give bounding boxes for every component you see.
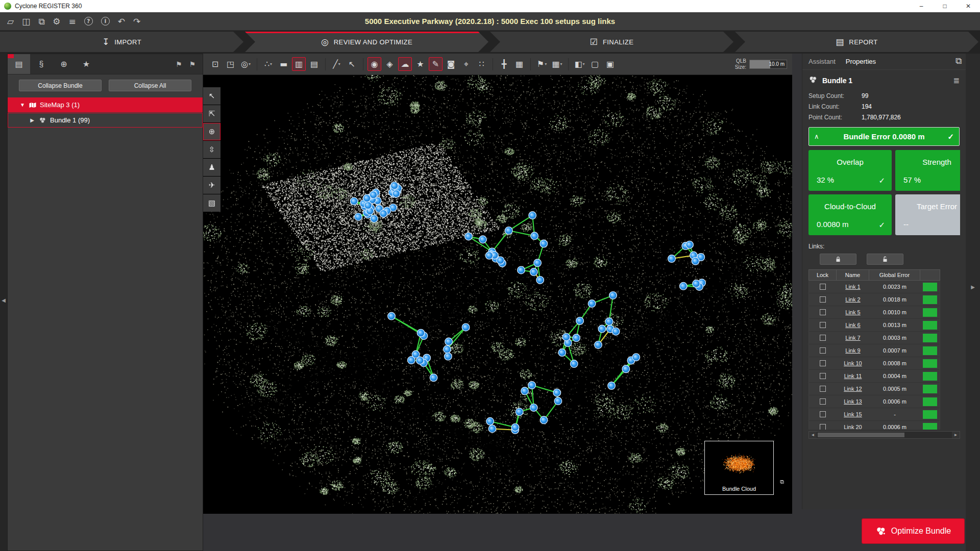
column-header-lock[interactable]: Lock — [809, 270, 837, 280]
screenshot-icon[interactable]: ⊡ — [208, 57, 222, 71]
point-cloud-canvas[interactable] — [203, 75, 792, 514]
geo-tab-icon[interactable]: ⊕ — [53, 54, 75, 74]
save-icon[interactable]: ◫ — [22, 16, 30, 27]
marquee-select-tool[interactable]: ⇱ — [203, 105, 220, 122]
plane-view-icon[interactable]: ▬ — [277, 57, 290, 71]
section-box-tool[interactable]: ▧ — [203, 194, 220, 212]
panels-icon[interactable]: ⧉ — [38, 16, 44, 27]
lock-checkbox[interactable] — [820, 322, 826, 328]
list-icon[interactable]: ≡ — [69, 16, 76, 27]
select-tool[interactable]: ↖ — [203, 87, 220, 105]
undo-icon[interactable]: ↶ — [118, 16, 125, 27]
tree-item-bundle[interactable]: ▶ Bundle 1 (99) — [8, 113, 203, 128]
tile-cloud-to-cloud[interactable]: Cloud-to-Cloud0.0080 m✓ — [808, 194, 892, 235]
quick-align-icon[interactable]: ★ — [413, 57, 427, 71]
thumbnail-expand-icon[interactable]: ⧉ — [780, 479, 784, 485]
lock-checkbox[interactable] — [820, 360, 826, 366]
measure-icon[interactable]: ╱▾ — [330, 57, 344, 71]
draw-link-icon[interactable]: ✎ — [429, 57, 443, 71]
expand-caret-icon[interactable]: ▶ — [29, 117, 36, 123]
column-header-name[interactable]: Name — [837, 270, 869, 280]
layout-window-icon[interactable]: ◳ — [224, 57, 237, 71]
collapse-bundle-button[interactable]: Collapse Bundle — [19, 80, 102, 91]
optimize-bundle-button[interactable]: Optimize Bundle — [862, 518, 965, 544]
scrollbar-thumb[interactable] — [818, 433, 904, 437]
link-name[interactable]: Link 13 — [844, 398, 862, 405]
move-setup-icon[interactable]: ╋ — [497, 57, 511, 71]
point-display-icon[interactable]: ∴▾ — [261, 57, 275, 71]
fly-tool[interactable]: ✈ — [203, 177, 220, 194]
grid-icon[interactable]: ▦▾ — [550, 57, 564, 71]
add-label-icon[interactable]: ◈ — [383, 57, 397, 71]
limit-box-icon[interactable]: ◧▾ — [573, 57, 586, 71]
minimize-button[interactable]: – — [910, 0, 933, 12]
scroll-left-arrow[interactable]: ◄ — [809, 432, 817, 438]
open-project-icon[interactable]: ▱ — [7, 16, 14, 27]
dropdown-arrow-icon[interactable]: ▾ — [338, 62, 340, 66]
qlb-size-slider[interactable]: 10.0 m — [749, 60, 787, 69]
flag-icon[interactable]: ⚑▾ — [535, 57, 549, 71]
unlock-all-button[interactable] — [867, 254, 903, 265]
redo-icon[interactable]: ↷ — [133, 16, 140, 27]
favorites-tab-icon[interactable]: ★ — [75, 54, 97, 74]
link-name[interactable]: Link 20 — [844, 424, 862, 430]
dropdown-arrow-icon[interactable]: ▾ — [583, 62, 585, 66]
tile-target-error[interactable]: Target Error-- — [895, 194, 960, 235]
project-explorer-tab-icon[interactable]: ▤ — [8, 54, 30, 74]
dropdown-arrow-icon[interactable]: ▾ — [270, 62, 272, 66]
link-setups-icon[interactable]: ∷ — [475, 57, 488, 71]
dropdown-arrow-icon[interactable]: ▾ — [249, 62, 251, 66]
table-horizontal-scrollbar[interactable]: ◄ ► — [808, 431, 960, 439]
bundle-error-banner[interactable]: ∧ Bundle Error 0.0080 m ✓ — [808, 127, 960, 146]
scroll-right-arrow[interactable]: ► — [952, 432, 960, 438]
settings-gear-icon[interactable]: ⚙ — [53, 16, 60, 27]
zoom-window-icon[interactable]: ◎▾ — [239, 57, 253, 71]
image-view-icon[interactable]: ▤ — [307, 57, 321, 71]
tile-overlap[interactable]: Overlap32 %✓ — [808, 150, 892, 191]
dropdown-arrow-icon[interactable]: ▾ — [560, 62, 562, 66]
orbit-tool[interactable]: ⊕ — [203, 123, 220, 140]
link-name[interactable]: Link 6 — [845, 322, 860, 328]
lock-checkbox[interactable] — [820, 424, 826, 430]
tab-properties[interactable]: Properties — [846, 58, 876, 65]
lock-checkbox[interactable] — [820, 411, 826, 417]
panel-layout-icon[interactable]: ⧉ — [955, 56, 962, 66]
collapse-all-button[interactable]: Collapse All — [109, 80, 191, 91]
link-name[interactable]: Link 1 — [845, 284, 860, 290]
collapse-right-panel-arrow[interactable]: ▶ — [971, 284, 975, 290]
collapse-chevron-icon[interactable]: ∧ — [814, 133, 819, 140]
lock-all-button[interactable] — [820, 254, 856, 265]
workflow-step-finalize[interactable]: ☑FINALIZE — [490, 32, 733, 52]
link-name[interactable]: Link 15 — [844, 411, 862, 417]
limit-box-reset-icon[interactable]: ▢ — [588, 57, 602, 71]
dropdown-arrow-icon[interactable]: ▾ — [545, 62, 547, 66]
workflow-step-review-and-optimize[interactable]: ◎REVIEW AND OPTIMIZE — [245, 32, 488, 52]
link-name[interactable]: Link 10 — [844, 360, 862, 366]
limit-box-manager-icon[interactable]: ▣ — [603, 57, 617, 71]
link-name[interactable]: Link 12 — [844, 386, 862, 392]
tree-item-sitemap[interactable]: ▼ SiteMap 3 (1) — [8, 97, 203, 112]
column-header-global-error[interactable]: Global Error — [869, 270, 920, 280]
help-icon[interactable]: ? — [84, 17, 93, 26]
lock-checkbox[interactable] — [820, 398, 826, 405]
geotag-icon[interactable]: ⌖ — [459, 57, 473, 71]
add-target-icon[interactable]: ◉ — [368, 57, 381, 71]
maximize-button[interactable]: □ — [933, 0, 957, 12]
lock-checkbox[interactable] — [820, 335, 826, 341]
lock-checkbox[interactable] — [820, 296, 826, 303]
lock-checkbox[interactable] — [820, 284, 826, 290]
link-name[interactable]: Link 2 — [845, 296, 860, 303]
split-view-icon[interactable]: ▥ — [292, 57, 306, 71]
lock-checkbox[interactable] — [820, 309, 826, 315]
apply-transform-icon[interactable]: ▦ — [512, 57, 526, 71]
tile-strength[interactable]: Strength57 %✓ — [895, 150, 960, 191]
workflow-step-report[interactable]: ▤REPORT — [735, 32, 978, 52]
dock-flag-icon[interactable]: ⚑ — [176, 60, 182, 68]
tab-assistant[interactable]: Assistant — [808, 58, 836, 65]
elevation-tool[interactable]: ⇳ — [203, 141, 220, 158]
collapse-left-panel-arrow[interactable]: ◀ — [2, 297, 6, 303]
dock-flag2-icon[interactable]: ⚑ — [189, 60, 195, 68]
workflow-step-import[interactable]: ↧IMPORT — [0, 32, 243, 52]
link-name[interactable]: Link 9 — [845, 347, 860, 354]
camera-icon[interactable]: ◙ — [444, 57, 458, 71]
